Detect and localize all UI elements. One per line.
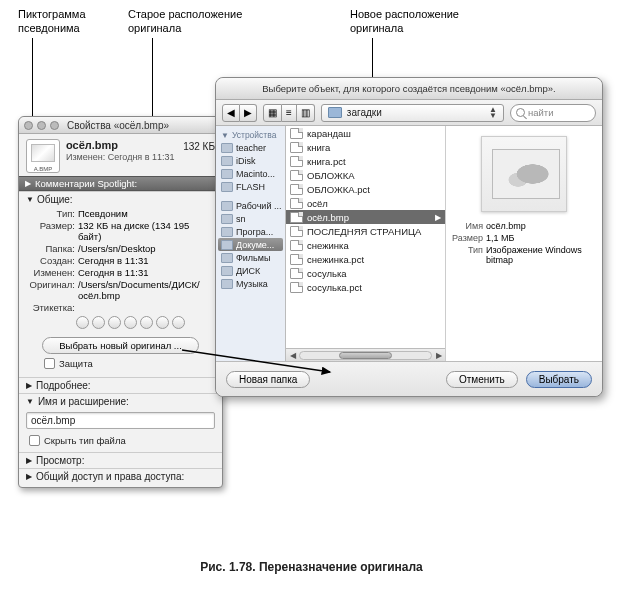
scroll-left-icon[interactable]: ◀ xyxy=(286,351,299,360)
sidebar-item-label: FLASH xyxy=(236,182,265,192)
file-name: осёл.bmp xyxy=(66,139,175,151)
preview-section[interactable]: ▶Просмотр: xyxy=(19,452,222,468)
file-row[interactable]: книга.pct xyxy=(286,154,445,168)
folder-icon xyxy=(221,227,233,237)
file-row[interactable]: ОБЛОЖКА.pct xyxy=(286,182,445,196)
preview-type: Изображение Windows bitmap xyxy=(486,245,596,265)
info-titlebar[interactable]: Свойства «осёл.bmp» xyxy=(19,117,222,134)
document-icon xyxy=(290,170,303,181)
h-scrollbar[interactable]: ◀ ▶ xyxy=(286,348,445,361)
folder-icon xyxy=(221,266,233,276)
search-field[interactable]: найти xyxy=(510,104,596,122)
picker-title: Выберите объект, для которого создаётся … xyxy=(262,83,555,94)
spotlight-section[interactable]: ▶ Комментарии Spotlight: xyxy=(19,176,222,191)
sidebar-item[interactable]: Музыка xyxy=(216,277,285,290)
view-buttons: ▦ ≡ ▥ xyxy=(263,104,315,122)
file-row[interactable]: книга xyxy=(286,140,445,154)
label-dot[interactable] xyxy=(140,316,153,329)
modified-value: Сегодня в 11:31 xyxy=(78,267,215,278)
cancel-button[interactable]: Отменить xyxy=(446,371,518,388)
choose-button[interactable]: Выбрать xyxy=(526,371,592,388)
file-row[interactable]: сосулька.pct xyxy=(286,280,445,294)
type-value: Псевдоним xyxy=(78,208,215,219)
new-folder-button[interactable]: Новая папка xyxy=(226,371,310,388)
scroll-right-icon[interactable]: ▶ xyxy=(432,351,445,360)
path-popup[interactable]: загадки ▲▼ xyxy=(321,104,504,122)
file-row[interactable]: ПОСЛЕДНЯЯ СТРАНИЦА xyxy=(286,224,445,238)
preview-thumbnail xyxy=(481,136,567,212)
folder-icon xyxy=(221,253,233,263)
file-name-label: осёл xyxy=(307,198,328,209)
sidebar-item[interactable]: Рабочий ... xyxy=(216,199,285,212)
folder-icon xyxy=(221,169,233,179)
label-colors[interactable] xyxy=(26,313,215,333)
hide-extension-checkbox[interactable] xyxy=(29,435,40,446)
zoom-icon[interactable] xyxy=(50,121,59,130)
minimize-icon[interactable] xyxy=(37,121,46,130)
lock-checkbox[interactable] xyxy=(44,358,55,369)
sidebar-item[interactable]: ДИСК xyxy=(216,264,285,277)
picker-titlebar: Выберите объект, для которого создаётся … xyxy=(216,78,602,100)
sidebar-item[interactable]: Фильмы xyxy=(216,251,285,264)
label-dot[interactable] xyxy=(76,316,89,329)
document-icon xyxy=(290,254,303,265)
icon-view-button[interactable]: ▦ xyxy=(263,104,282,122)
more-info-section[interactable]: ▶Подробнее: xyxy=(19,377,222,393)
scroll-thumb[interactable] xyxy=(339,352,391,359)
choose-new-original-button[interactable]: Выбрать новый оригинал ... xyxy=(42,337,199,354)
label-dot[interactable] xyxy=(172,316,185,329)
file-row[interactable]: сосулька xyxy=(286,266,445,280)
sidebar-item[interactable]: Докуме... xyxy=(218,238,283,251)
sidebar-item-label: iDisk xyxy=(236,156,256,166)
annotation-new-location: Новое расположение оригинала xyxy=(350,8,459,36)
file-row[interactable]: карандаш xyxy=(286,126,445,140)
window-title: Свойства «осёл.bmp» xyxy=(67,120,169,131)
file-modified: Изменен: Сегодня в 11:31 xyxy=(66,152,175,162)
folder-icon xyxy=(328,107,342,118)
forward-button[interactable]: ▶ xyxy=(240,104,257,122)
document-icon xyxy=(290,198,303,209)
disclosure-triangle-icon[interactable]: ▼ xyxy=(26,195,34,204)
sidebar-item-label: teacher xyxy=(236,143,266,153)
file-row[interactable]: осёл.bmp▶ xyxy=(286,210,445,224)
sidebar-item[interactable]: iDisk xyxy=(216,154,285,167)
label-dot[interactable] xyxy=(92,316,105,329)
disclosure-triangle-icon: ▶ xyxy=(25,179,31,188)
info-window: Свойства «осёл.bmp» A.BMP осёл.bmp Измен… xyxy=(18,116,223,488)
column-view-button[interactable]: ▥ xyxy=(297,104,315,122)
file-column: карандашкнигакнига.pctОБЛОЖКАОБЛОЖКА.pct… xyxy=(286,126,446,361)
close-icon[interactable] xyxy=(24,121,33,130)
label-dot[interactable] xyxy=(124,316,137,329)
name-extension-section[interactable]: ▼Имя и расширение: xyxy=(19,393,222,409)
general-section: ▼Общие: Тип:Псевдоним Размер:132 КБ на д… xyxy=(19,191,222,377)
popup-arrows-icon: ▲▼ xyxy=(489,107,497,118)
sidebar-section-header: ▼Устройства xyxy=(216,126,285,141)
sidebar-item[interactable]: Macinto... xyxy=(216,167,285,180)
sidebar-item[interactable]: Програ... xyxy=(216,225,285,238)
file-name-label: ПОСЛЕДНЯЯ СТРАНИЦА xyxy=(307,226,421,237)
document-icon xyxy=(290,142,303,153)
list-view-button[interactable]: ≡ xyxy=(282,104,297,122)
figure-caption: Рис. 1.78. Переназначение оригинала xyxy=(0,560,623,574)
file-name-label: осёл.bmp xyxy=(307,212,349,223)
sidebar-item[interactable]: FLASH xyxy=(216,180,285,193)
file-row[interactable]: ОБЛОЖКА xyxy=(286,168,445,182)
label-dot[interactable] xyxy=(156,316,169,329)
back-button[interactable]: ◀ xyxy=(222,104,240,122)
folder-value: /Users/sn/Desktop xyxy=(78,243,215,254)
sidebar-item[interactable]: teacher xyxy=(216,141,285,154)
label-dot[interactable] xyxy=(108,316,121,329)
filename-input[interactable]: осёл.bmp xyxy=(26,412,215,429)
file-row[interactable]: осёл xyxy=(286,196,445,210)
sidebar-item[interactable]: sn xyxy=(216,212,285,225)
preview-column: Имяосёл.bmp Размер1,1 МБ ТипИзображение … xyxy=(446,126,602,361)
file-name-label: ОБЛОЖКА.pct xyxy=(307,184,370,195)
sidebar-item-label: Рабочий ... xyxy=(236,201,281,211)
folder-icon xyxy=(221,279,233,289)
file-picker: Выберите объект, для которого создаётся … xyxy=(215,77,603,397)
sharing-section[interactable]: ▶Общий доступ и права доступа: xyxy=(19,468,222,487)
file-row[interactable]: снежинка.pct xyxy=(286,252,445,266)
file-name-label: сосулька xyxy=(307,268,347,279)
file-row[interactable]: снежинка xyxy=(286,238,445,252)
sidebar-item-label: Докуме... xyxy=(236,240,274,250)
